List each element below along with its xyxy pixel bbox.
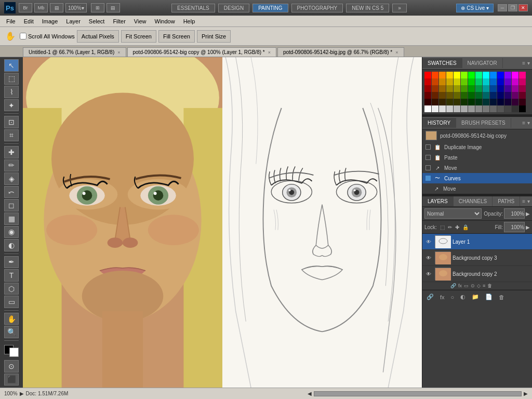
swatch-color-18[interactable] (454, 78, 460, 85)
swatch-color-29[interactable] (432, 85, 438, 92)
background-color[interactable] (9, 348, 19, 357)
swatch-color-26[interactable] (512, 78, 518, 85)
layer-link-icon[interactable]: 🔗 (450, 283, 456, 288)
doc-tab-untitled[interactable]: Untitled-1 @ 66.7% (Layer 1, RGB/8) × (23, 47, 126, 57)
blend-mode-select[interactable]: Normal Multiply Screen (424, 208, 482, 219)
layer-adj-icon[interactable]: ⊙ (471, 283, 475, 288)
swatch-color-78[interactable] (483, 105, 489, 112)
swatch-color-64[interactable] (483, 99, 489, 105)
history-brush-tool[interactable]: ⤺ (4, 186, 19, 198)
foreground-background[interactable] (4, 345, 19, 357)
swatch-color-77[interactable] (475, 105, 482, 112)
swatch-color-50[interactable] (483, 92, 489, 99)
layer-fx-icon[interactable]: fx (458, 283, 462, 288)
swatch-color-63[interactable] (475, 99, 482, 105)
swatch-color-81[interactable] (504, 105, 511, 112)
history-collapse-icon[interactable]: ▾ (527, 120, 530, 126)
menu-help[interactable]: Help (179, 17, 200, 25)
tab-more[interactable]: » (392, 4, 407, 12)
swatch-color-23[interactable] (490, 78, 497, 85)
tab-design[interactable]: DESIGN (218, 4, 249, 12)
swatch-color-82[interactable] (512, 105, 518, 112)
lock-all-icon[interactable]: 🔒 (462, 224, 469, 230)
swatch-color-45[interactable] (446, 92, 453, 99)
swatch-color-3[interactable] (446, 72, 453, 78)
swatch-color-11[interactable] (504, 72, 511, 78)
swatch-color-49[interactable] (475, 92, 482, 99)
swatch-color-68[interactable] (512, 99, 518, 105)
history-snapshot[interactable]: potd-090806-95142-big copy (422, 129, 532, 142)
swatch-color-15[interactable] (432, 78, 438, 85)
history-item-move1[interactable]: ↗ Move (422, 163, 532, 173)
layer-item-2[interactable]: 👁 Background copy 3 (422, 250, 532, 266)
swatch-color-33[interactable] (461, 85, 468, 92)
doc-tab-potd-copy-close[interactable]: × (268, 50, 271, 55)
layer-adj-button[interactable]: ◐ (458, 292, 468, 301)
tab-new-cs5[interactable]: NEW IN CS 5 (346, 4, 389, 12)
swatch-color-52[interactable] (497, 92, 504, 99)
doc-tab-potd-copy[interactable]: potd-090806-95142-big copy @ 100% (Layer… (127, 47, 276, 57)
swatch-color-67[interactable] (504, 99, 511, 105)
swatch-color-7[interactable] (475, 72, 482, 78)
menu-select[interactable]: Select (85, 17, 109, 25)
swatch-color-55[interactable] (519, 92, 526, 99)
layer-eye-1[interactable]: 👁 (424, 237, 433, 246)
text-tool[interactable]: T (4, 269, 19, 282)
swatch-color-80[interactable] (497, 105, 504, 112)
menu-image[interactable]: Image (38, 17, 62, 25)
swatch-color-13[interactable] (519, 72, 526, 78)
swatch-color-58[interactable] (439, 99, 446, 105)
lock-transparent-icon[interactable]: ⬚ (440, 224, 445, 230)
move-tool[interactable]: ↖ (4, 59, 19, 72)
opacity-input[interactable] (504, 208, 525, 219)
doc-tab-untitled-close[interactable]: × (117, 50, 120, 55)
tab-navigator[interactable]: NAVIGATOR (462, 58, 503, 68)
doc-tab-potd-orig-close[interactable]: × (395, 50, 398, 55)
shape-tool[interactable]: ▭ (4, 296, 19, 308)
gradient-tool[interactable]: ▦ (4, 212, 19, 225)
tab-brush-presets[interactable]: BRUSH PRESETS (456, 118, 511, 128)
hand-tool[interactable]: ✋ (4, 313, 19, 325)
history-item-paste[interactable]: 📋 Paste (422, 152, 532, 163)
tab-photography[interactable]: PHOTOGRAPHY (291, 4, 343, 12)
magic-wand-tool[interactable]: ✦ (4, 99, 19, 112)
layer-eye-3[interactable]: 👁 (424, 270, 433, 278)
bridge-button[interactable]: Br (19, 3, 32, 12)
minimize-button[interactable]: ─ (498, 4, 507, 11)
swatch-color-41[interactable] (519, 85, 526, 92)
tab-channels[interactable]: CHANNELS (454, 196, 493, 206)
swatch-color-24[interactable] (497, 78, 504, 85)
layer-link-button[interactable]: 🔗 (424, 292, 436, 301)
history-item-duplicate[interactable]: 📋 Duplicate Image (422, 142, 532, 152)
tab-painting[interactable]: PAINTING (252, 4, 288, 12)
swatch-color-56[interactable] (424, 99, 431, 105)
restore-button[interactable]: ❐ (508, 4, 517, 11)
swatch-color-69[interactable] (519, 99, 526, 105)
lock-move-icon[interactable]: ✚ (455, 224, 459, 230)
swatch-color-71[interactable] (432, 105, 438, 112)
layers-collapse-icon[interactable]: ▾ (527, 198, 530, 204)
swatch-color-59[interactable] (446, 99, 453, 105)
swatch-color-57[interactable] (432, 99, 438, 105)
crop-tool[interactable]: ⊡ (4, 116, 19, 128)
tab-swatches[interactable]: SWATCHES (422, 58, 462, 68)
swatch-color-1[interactable] (432, 72, 438, 78)
swatch-color-70[interactable] (424, 105, 431, 112)
menu-view[interactable]: View (130, 17, 151, 25)
selection-tool[interactable]: ⬚ (4, 73, 19, 85)
menu-window[interactable]: Window (151, 17, 179, 25)
swatch-color-9[interactable] (490, 72, 497, 78)
swatch-color-30[interactable] (439, 85, 446, 92)
swatch-color-28[interactable] (424, 85, 431, 92)
swatch-color-54[interactable] (512, 92, 518, 99)
layer-fx-button[interactable]: fx (438, 293, 447, 301)
swatch-color-6[interactable] (468, 72, 475, 78)
layer-item-1[interactable]: 👁 Layer 1 (422, 234, 532, 250)
swatch-color-73[interactable] (446, 105, 453, 112)
layer-mask-icon[interactable]: ▭ (464, 283, 469, 288)
swatch-color-34[interactable] (468, 85, 475, 92)
brush-tool[interactable]: ✏ (4, 159, 19, 172)
swatch-color-22[interactable] (483, 78, 489, 85)
arrangement-button[interactable]: ⊞ (91, 3, 104, 12)
swatch-color-65[interactable] (490, 99, 497, 105)
